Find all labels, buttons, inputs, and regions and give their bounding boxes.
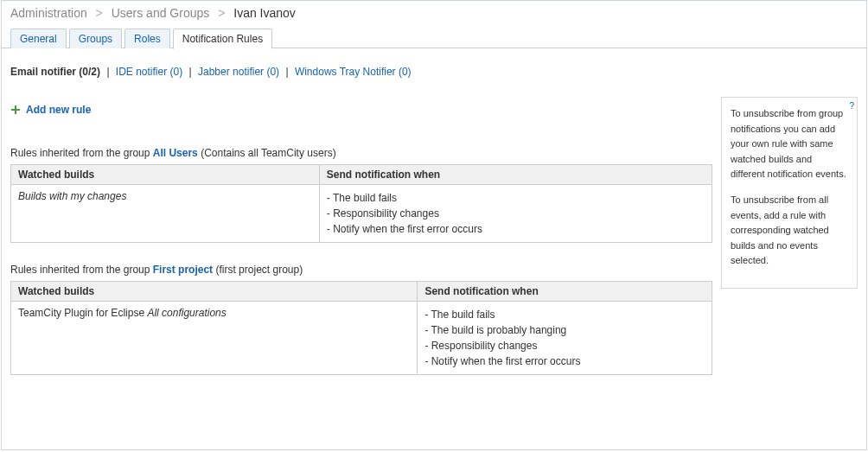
table-row: Builds with my changes - The build fails… xyxy=(11,185,712,243)
plus-icon xyxy=(10,105,21,115)
group-prefix: Rules inherited from the group xyxy=(10,264,153,276)
group-suffix: (Contains all TeamCity users) xyxy=(198,147,336,159)
col-when: Send notification when xyxy=(418,282,712,302)
group-link-first-project[interactable]: First project xyxy=(153,264,213,276)
tab-roles[interactable]: Roles xyxy=(124,29,170,48)
group-prefix: Rules inherited from the group xyxy=(10,147,153,159)
conditions: - The build fails - The build is probabl… xyxy=(418,302,712,375)
add-new-rule-link[interactable]: Add new rule xyxy=(10,104,91,116)
watched-prefix: TeamCity Plugin for Eclipse xyxy=(18,307,147,319)
group-heading: Rules inherited from the group All Users… xyxy=(10,147,712,159)
sidebar-text: To unsubscribe from all events, add a ru… xyxy=(731,193,848,269)
sidebar-text: To unsubscribe from group notifications … xyxy=(731,106,848,182)
rules-table: Watched builds Send notification when Te… xyxy=(10,281,712,375)
watched-builds: TeamCity Plugin for Eclipse All configur… xyxy=(11,302,418,375)
breadcrumb-current: Ivan Ivanov xyxy=(233,6,296,20)
condition-item: - Notify when the first error occurs xyxy=(424,353,705,369)
condition-item: - Responsibility changes xyxy=(327,206,705,221)
table-row: TeamCity Plugin for Eclipse All configur… xyxy=(11,302,712,375)
condition-item: - The build is probably hanging xyxy=(424,322,705,338)
group-suffix: (first project group) xyxy=(213,264,303,276)
chevron-right-icon: > xyxy=(96,6,103,20)
add-rule-label: Add new rule xyxy=(26,104,91,116)
breadcrumb-users-groups[interactable]: Users and Groups xyxy=(112,6,210,20)
help-icon[interactable]: ? xyxy=(849,99,854,113)
watched-config: All configurations xyxy=(147,307,226,319)
notifier-bar: Email notifier (0/2) | IDE notifier (0) … xyxy=(10,66,858,78)
col-watched: Watched builds xyxy=(11,282,418,302)
notifier-jabber[interactable]: Jabber notifier (0) xyxy=(198,66,279,78)
tab-notification-rules[interactable]: Notification Rules xyxy=(173,29,272,49)
chevron-right-icon: > xyxy=(218,6,225,20)
breadcrumb: Administration > Users and Groups > Ivan… xyxy=(2,1,866,29)
notifier-ide[interactable]: IDE notifier (0) xyxy=(116,66,182,78)
col-watched: Watched builds xyxy=(11,165,320,185)
rules-table: Watched builds Send notification when Bu… xyxy=(10,164,712,243)
notifier-email[interactable]: Email notifier (0/2) xyxy=(10,66,100,78)
col-when: Send notification when xyxy=(319,165,712,185)
breadcrumb-admin[interactable]: Administration xyxy=(10,6,87,20)
help-sidebar: ? To unsubscribe from group notification… xyxy=(721,97,858,289)
tab-groups[interactable]: Groups xyxy=(69,29,122,48)
condition-item: - The build fails xyxy=(327,190,705,206)
group-link-all-users[interactable]: All Users xyxy=(153,147,198,159)
group-heading: Rules inherited from the group First pro… xyxy=(10,264,712,276)
conditions: - The build fails - Responsibility chang… xyxy=(319,185,712,243)
watched-builds: Builds with my changes xyxy=(18,190,126,202)
tab-general[interactable]: General xyxy=(10,29,67,48)
condition-item: - Notify when the first error occurs xyxy=(327,221,705,237)
tabs: General Groups Roles Notification Rules xyxy=(2,29,866,48)
condition-item: - Responsibility changes xyxy=(424,338,705,353)
condition-item: - The build fails xyxy=(424,307,705,322)
notifier-tray[interactable]: Windows Tray Notifier (0) xyxy=(295,66,412,78)
